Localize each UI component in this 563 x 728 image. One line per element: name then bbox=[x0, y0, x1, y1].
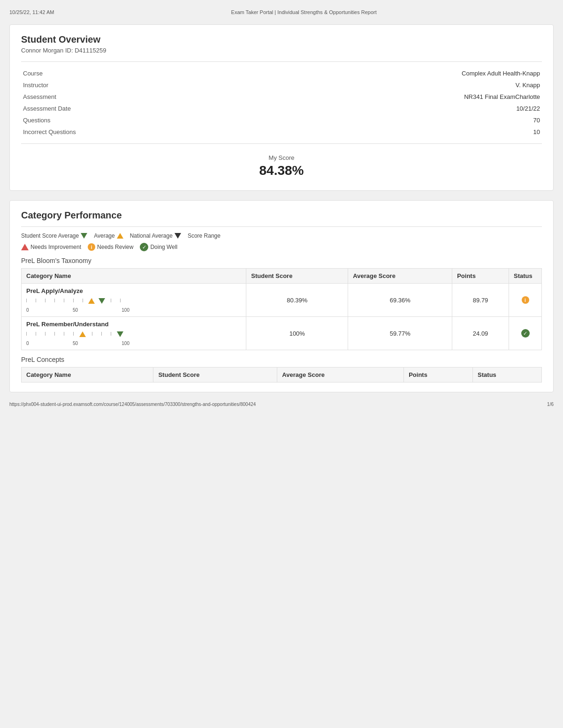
triangle-down-green-icon bbox=[81, 233, 87, 239]
footer-url: https://phx004-student-ui-prod.examsoft.… bbox=[9, 402, 256, 407]
footer-bar: https://phx004-student-ui-prod.examsoft.… bbox=[9, 402, 554, 407]
table-header: Average Score bbox=[348, 269, 452, 284]
tick-mark bbox=[64, 299, 64, 302]
header-date: 10/25/22, 11:42 AM bbox=[9, 9, 54, 15]
table-header: Status bbox=[509, 269, 542, 284]
legend-student-score: Student Score Average bbox=[21, 233, 87, 239]
score-label: My Score bbox=[21, 154, 542, 161]
divider-2 bbox=[21, 143, 542, 144]
tick-mark bbox=[64, 332, 64, 336]
triangle-down-green-icon bbox=[99, 298, 105, 304]
info-label: Incorrect Questions bbox=[21, 126, 115, 138]
sections-container: PreL Bloom's TaxonomyCategory NameStuden… bbox=[21, 257, 542, 383]
tick-mark bbox=[73, 299, 74, 302]
section-heading: PreL Bloom's Taxonomy bbox=[21, 257, 542, 264]
axis-100: 100 bbox=[122, 341, 129, 346]
info-row: Questions70 bbox=[21, 114, 542, 126]
student-score-cell: 80.39% bbox=[246, 284, 348, 317]
axis-50: 50 bbox=[73, 341, 78, 346]
axis-100: 100 bbox=[122, 308, 129, 313]
student-overview-subtitle: Connor Morgan ID: D41115259 bbox=[21, 47, 542, 54]
tick-mark bbox=[83, 299, 83, 302]
info-row: CourseComplex Adult Health-Knapp bbox=[21, 68, 542, 79]
chart-axis: 0 50 100 bbox=[26, 308, 129, 313]
mini-chart: 0 50 100 bbox=[26, 297, 129, 313]
table-header: Average Score bbox=[277, 368, 404, 383]
average-score-cell: 59.77% bbox=[348, 317, 452, 350]
table-row: PreL Remember/Understand 0 50 100 100%59… bbox=[22, 317, 542, 350]
triangle-up-orange-icon bbox=[117, 233, 123, 239]
tick-mark bbox=[73, 332, 74, 336]
info-value: V. Knapp bbox=[115, 79, 542, 91]
student-info-table: CourseComplex Adult Health-KnappInstruct… bbox=[21, 68, 542, 138]
needs-improvement-label: Needs Improvement bbox=[30, 244, 81, 250]
header-title: Exam Taker Portal | Individual Strengths… bbox=[231, 9, 377, 15]
tick-mark bbox=[120, 299, 121, 302]
info-value: 70 bbox=[115, 114, 542, 126]
info-label: Course bbox=[21, 68, 115, 79]
info-row: Incorrect Questions10 bbox=[21, 126, 542, 138]
legend-row-2: Needs Improvement i Needs Review ✓ Doing… bbox=[21, 243, 542, 251]
tick-mark bbox=[111, 332, 111, 336]
info-row: Assessment Date10/21/22 bbox=[21, 103, 542, 114]
footer-page: 1/6 bbox=[547, 402, 554, 407]
tick-mark bbox=[111, 299, 111, 302]
divider bbox=[21, 61, 542, 62]
legend-needs-improvement: Needs Improvement bbox=[21, 244, 81, 250]
table-header: Category Name bbox=[22, 368, 153, 383]
score-range-label: Score Range bbox=[188, 233, 221, 239]
page-header: 10/25/22, 11:42 AM Exam Taker Portal | I… bbox=[9, 9, 554, 15]
info-row: InstructorV. Knapp bbox=[21, 79, 542, 91]
section-heading: PreL Concepts bbox=[21, 356, 542, 363]
triangle-up-orange-icon bbox=[88, 298, 95, 304]
table-header: Category Name bbox=[22, 269, 246, 284]
student-marker bbox=[99, 298, 105, 305]
category-name-cell: PreL Apply/Analyze 0 50 100 bbox=[22, 284, 246, 317]
tick-mark bbox=[26, 332, 27, 336]
tick-mark bbox=[101, 332, 102, 336]
performance-table: Category NameStudent ScoreAverage ScoreP… bbox=[21, 268, 542, 350]
category-name: PreL Remember/Understand bbox=[26, 321, 108, 328]
avg-marker bbox=[79, 331, 86, 338]
performance-section: PreL Bloom's TaxonomyCategory NameStuden… bbox=[21, 257, 542, 350]
category-performance-title: Category Performance bbox=[21, 210, 542, 221]
legend-row-1: Student Score Average Average National A… bbox=[21, 233, 542, 239]
legend-doing-well: ✓ Doing Well bbox=[140, 243, 177, 251]
tick-mark bbox=[45, 299, 46, 302]
student-score-cell: 100% bbox=[246, 317, 348, 350]
category-name: PreL Apply/Analyze bbox=[26, 287, 83, 294]
national-average-label: National Average bbox=[130, 233, 173, 239]
info-row: AssessmentNR341 Final ExamCharlotte bbox=[21, 91, 542, 103]
score-section: My Score 84.38% bbox=[21, 150, 542, 181]
needs-review-label: Needs Review bbox=[97, 244, 133, 250]
divider-3 bbox=[21, 226, 542, 227]
info-label: Assessment Date bbox=[21, 103, 115, 114]
info-label: Instructor bbox=[21, 79, 115, 91]
tick-mark bbox=[54, 299, 55, 302]
category-name-cell: PreL Remember/Understand 0 50 100 bbox=[22, 317, 246, 350]
category-performance-card: Category Performance Student Score Avera… bbox=[9, 200, 554, 392]
axis-50: 50 bbox=[73, 308, 78, 313]
student-marker bbox=[117, 331, 123, 338]
tick-mark bbox=[36, 299, 36, 302]
legend-national-average: National Average bbox=[130, 233, 181, 239]
triangle-down-green-icon bbox=[117, 331, 123, 337]
doing-well-label: Doing Well bbox=[150, 244, 177, 250]
table-header: Student Score bbox=[153, 368, 277, 383]
mini-chart: 0 50 100 bbox=[26, 330, 129, 346]
info-value: 10/21/22 bbox=[115, 103, 542, 114]
info-label: Questions bbox=[21, 114, 115, 126]
average-score-cell: 69.36% bbox=[348, 284, 452, 317]
legend-average: Average bbox=[94, 233, 123, 239]
performance-section: PreL ConceptsCategory NameStudent ScoreA… bbox=[21, 356, 542, 383]
status-needs-review-icon: i bbox=[522, 296, 529, 304]
legend-needs-review: i Needs Review bbox=[88, 243, 133, 251]
student-overview-card: Student Overview Connor Morgan ID: D4111… bbox=[9, 24, 554, 191]
needs-review-icon: i bbox=[88, 243, 95, 251]
student-overview-title: Student Overview bbox=[21, 34, 542, 45]
average-label: Average bbox=[94, 233, 114, 239]
table-header: Points bbox=[452, 269, 509, 284]
info-value: Complex Adult Health-Knapp bbox=[115, 68, 542, 79]
tick-mark bbox=[45, 332, 46, 336]
axis-0: 0 bbox=[26, 341, 29, 346]
